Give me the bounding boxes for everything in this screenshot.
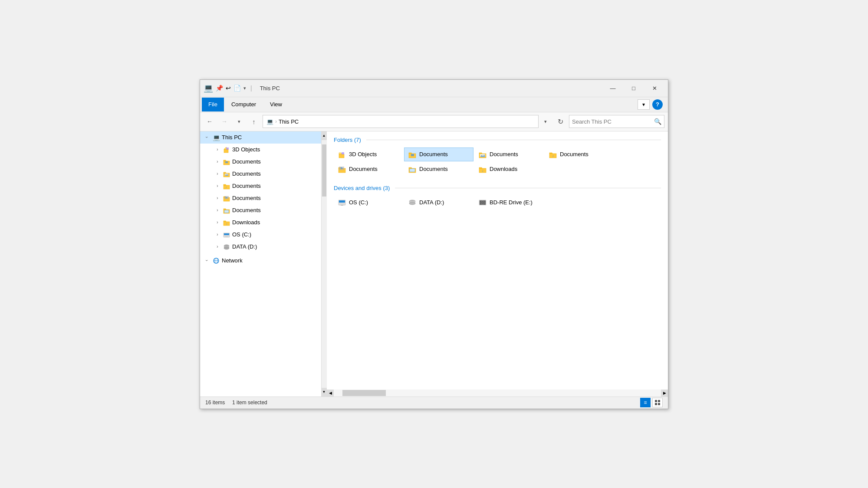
- file-name-downloads: Downloads: [490, 166, 517, 172]
- path-separator: ›: [275, 118, 277, 124]
- nav-item-downloads[interactable]: ↓ Downloads: [200, 216, 321, 229]
- hscroll-left-btn[interactable]: ◀: [327, 390, 334, 396]
- folders-grid: 3D Objects Documents: [334, 147, 661, 176]
- path-dropdown-button[interactable]: ▾: [539, 115, 552, 128]
- ribbon-tabs: File Computer View ▾ ?: [200, 97, 668, 112]
- svg-point-51: [482, 202, 483, 203]
- tab-file[interactable]: File: [202, 98, 224, 111]
- maximize-button[interactable]: □: [624, 82, 644, 95]
- nav-label-this-pc: This PC: [222, 134, 242, 141]
- hscroll-track: [334, 390, 661, 396]
- up-button[interactable]: ↑: [248, 115, 260, 128]
- view-list-btn[interactable]: ≡: [640, 398, 651, 407]
- file-item-documents[interactable]: Documents: [404, 147, 473, 161]
- file-item-documents-music[interactable]: ♪ Documents: [545, 147, 614, 161]
- file-item-downloads[interactable]: ↓ Downloads: [474, 162, 544, 176]
- search-box[interactable]: 🔍: [569, 115, 664, 128]
- nav-item-os-c[interactable]: OS (C:): [200, 229, 321, 241]
- forward-button[interactable]: →: [218, 115, 230, 128]
- svg-rect-27: [342, 152, 344, 154]
- nav-scroll-track: [322, 140, 327, 388]
- file-icon-documents: [408, 150, 417, 159]
- chevron-documents-4[interactable]: [214, 195, 221, 202]
- close-button[interactable]: ✕: [644, 82, 664, 95]
- file-icon-documents-desktop: [408, 165, 417, 174]
- tab-view[interactable]: View: [263, 98, 289, 111]
- help-button[interactable]: ?: [652, 99, 663, 110]
- file-item-documents-desktop[interactable]: Documents: [404, 162, 473, 176]
- chevron-documents-1[interactable]: [214, 158, 221, 165]
- folders-section-title: Folders (7): [334, 137, 361, 143]
- devices-grid: OS (C:) DATA (D:): [334, 196, 661, 210]
- chevron-downloads[interactable]: [214, 219, 221, 226]
- chevron-os-c[interactable]: [214, 231, 221, 238]
- nav-label-os-c: OS (C:): [232, 231, 251, 238]
- chevron-3d-objects[interactable]: [214, 146, 221, 153]
- hscroll-thumb[interactable]: [342, 390, 386, 396]
- nav-icon-documents-4: [223, 194, 230, 202]
- chevron-documents-3[interactable]: [214, 183, 221, 190]
- nav-item-documents-5[interactable]: Documents: [200, 204, 321, 216]
- file-name-3d-objects: 3D Objects: [349, 151, 377, 157]
- svg-text:↓: ↓: [226, 222, 227, 226]
- nav-item-this-pc[interactable]: 💻 This PC: [200, 131, 321, 144]
- blank-icon[interactable]: 📄: [233, 85, 241, 92]
- chevron-this-pc[interactable]: [204, 134, 210, 141]
- back-button[interactable]: ←: [204, 115, 216, 128]
- nav-label-data-d: DATA (D:): [232, 243, 257, 250]
- search-input[interactable]: [572, 118, 652, 125]
- nav-item-3d-objects[interactable]: 3D Objects: [200, 144, 321, 156]
- devices-section-header: Devices and drives (3): [334, 185, 661, 191]
- svg-point-47: [409, 202, 415, 205]
- nav-item-documents-4[interactable]: Documents: [200, 192, 321, 204]
- file-name-os-c: OS (C:): [349, 199, 368, 206]
- tab-computer[interactable]: Computer: [225, 98, 263, 111]
- file-name-documents-pic: Documents: [490, 151, 518, 157]
- chevron-documents-5[interactable]: [214, 207, 221, 214]
- file-item-documents-video[interactable]: Documents: [334, 162, 403, 176]
- file-icon-3d-objects: [338, 150, 346, 159]
- file-pane-content: Folders (7) 3D Objects: [327, 131, 668, 390]
- address-bar: ← → ▾ ↑ 💻 › This PC ▾ ↻ 🔍: [200, 112, 668, 131]
- file-item-os-c[interactable]: OS (C:): [334, 196, 403, 210]
- file-item-bd-re[interactable]: BD-RE Drive (E:): [474, 196, 544, 210]
- title-bar-left: 💻 📌 ↩ 📄 ▾ | This PC: [204, 83, 603, 93]
- minimize-button[interactable]: —: [603, 82, 623, 95]
- nav-scroll-up-btn[interactable]: ▲: [322, 131, 327, 140]
- file-explorer-window: 💻 📌 ↩ 📄 ▾ | This PC — □ ✕ File Computer …: [200, 79, 668, 409]
- nav-item-documents-2[interactable]: Documents: [200, 168, 321, 180]
- svg-rect-26: [339, 154, 344, 158]
- file-item-documents-pic[interactable]: Documents: [474, 147, 544, 161]
- nav-icon-pc: 💻: [212, 134, 220, 141]
- address-path[interactable]: 💻 › This PC: [263, 115, 539, 128]
- file-icon-documents-music: ♪: [549, 150, 557, 159]
- search-button[interactable]: 🔍: [654, 118, 661, 125]
- file-name-documents-desktop: Documents: [419, 166, 448, 172]
- nav-item-documents-1[interactable]: Documents: [200, 156, 321, 168]
- chevron-network[interactable]: [204, 257, 210, 264]
- ribbon-collapse-button[interactable]: ▾: [638, 99, 650, 110]
- nav-item-data-d[interactable]: DATA (D:): [200, 241, 321, 253]
- pin-icon[interactable]: 📌: [216, 85, 223, 92]
- nav-item-documents-3[interactable]: ♪ Documents: [200, 180, 321, 192]
- hscroll-right-btn[interactable]: ▶: [661, 390, 668, 396]
- chevron-data-d[interactable]: [214, 243, 221, 250]
- file-item-data-d[interactable]: DATA (D:): [404, 196, 473, 210]
- nav-scroll-thumb[interactable]: [322, 144, 326, 197]
- nav-scroll-down-btn[interactable]: ▼: [322, 388, 327, 396]
- quick-access-dropdown[interactable]: ▾: [243, 85, 246, 91]
- dropdown-history-button[interactable]: ▾: [233, 115, 245, 128]
- view-grid-btn[interactable]: [652, 398, 663, 407]
- nav-icon-documents-2: [223, 170, 230, 178]
- file-icon-data-d: [408, 198, 417, 207]
- svg-text:↓: ↓: [482, 168, 484, 173]
- nav-label-documents-1: Documents: [232, 158, 261, 165]
- chevron-documents-2[interactable]: [214, 170, 221, 177]
- refresh-button[interactable]: ↻: [554, 115, 566, 128]
- svg-rect-18: [224, 233, 229, 235]
- svg-rect-52: [655, 400, 657, 402]
- undo-icon[interactable]: ↩: [226, 85, 231, 92]
- file-item-3d-objects[interactable]: 3D Objects: [334, 147, 403, 161]
- main-content: 💻 This PC 3D Objects: [200, 131, 668, 396]
- nav-item-network[interactable]: Network: [200, 255, 321, 267]
